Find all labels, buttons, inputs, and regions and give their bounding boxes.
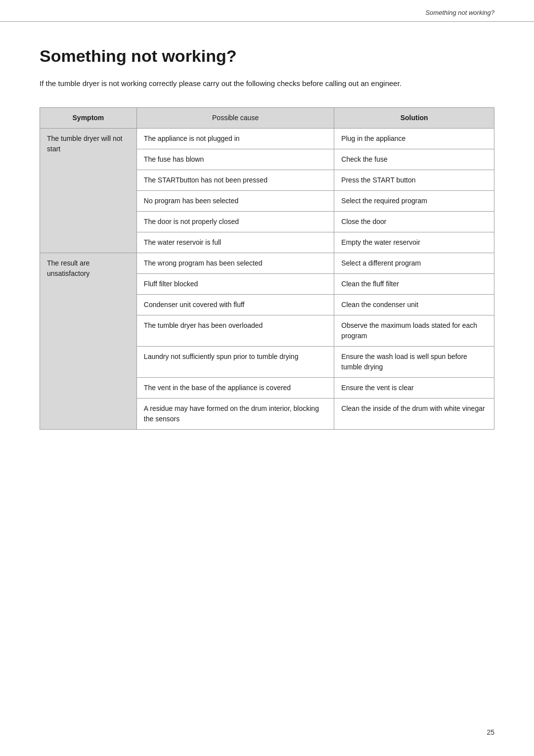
- solution-cell: Clean the inside of the drum with white …: [334, 399, 494, 430]
- table-header-row: Symptom Possible cause Solution: [40, 108, 494, 129]
- cause-cell: Condenser unit covered with fluff: [136, 295, 334, 315]
- col-cause-header: Possible cause: [136, 108, 334, 129]
- cause-cell: Laundry not sufficiently spun prior to t…: [136, 347, 334, 378]
- page-number: 25: [487, 728, 494, 736]
- cause-cell: A residue may have formed on the drum in…: [136, 399, 334, 430]
- cause-cell: The STARTbutton has not been pressed: [136, 170, 334, 191]
- solution-cell: Clean the condenser unit: [334, 295, 494, 315]
- table-row: The result are unsatisfactoryThe wrong p…: [40, 253, 494, 274]
- solution-cell: Empty the water reservoir: [334, 232, 494, 253]
- cause-cell: The fuse has blown: [136, 149, 334, 170]
- solution-cell: Press the START button: [334, 170, 494, 191]
- solution-cell: Ensure the wash load is well spun before…: [334, 347, 494, 378]
- symptom-cell: The tumble dryer will not start: [40, 129, 137, 253]
- solution-cell: Check the fuse: [334, 149, 494, 170]
- cause-cell: No program has been selected: [136, 191, 334, 212]
- solution-cell: Clean the fluff filter: [334, 274, 494, 295]
- cause-cell: Fluff filter blocked: [136, 274, 334, 295]
- header-bar: Something not working?: [0, 0, 534, 22]
- solution-cell: Ensure the vent is clear: [334, 378, 494, 399]
- cause-cell: The vent in the base of the appliance is…: [136, 378, 334, 399]
- page-heading: Something not working?: [40, 46, 494, 66]
- table-row: The tumble dryer will not startThe appli…: [40, 129, 494, 149]
- solution-cell: Plug in the appliance: [334, 129, 494, 149]
- cause-cell: The water reservoir is full: [136, 232, 334, 253]
- cause-cell: The wrong program has been selected: [136, 253, 334, 274]
- page-container: Something not working? Something not wor…: [0, 0, 534, 756]
- header-title: Something not working?: [426, 9, 494, 16]
- solution-cell: Observe the maximum loads stated for eac…: [334, 315, 494, 347]
- solution-cell: Close the door: [334, 212, 494, 232]
- solution-cell: Select a different program: [334, 253, 494, 274]
- cause-cell: The tumble dryer has been overloaded: [136, 315, 334, 347]
- intro-text: If the tumble dryer is not working corre…: [40, 78, 445, 89]
- cause-cell: The appliance is not plugged in: [136, 129, 334, 149]
- col-solution-header: Solution: [334, 108, 494, 129]
- cause-cell: The door is not properly closed: [136, 212, 334, 232]
- solution-cell: Select the required program: [334, 191, 494, 212]
- symptom-cell: The result are unsatisfactory: [40, 253, 137, 430]
- troubleshoot-table: Symptom Possible cause Solution The tumb…: [40, 107, 494, 430]
- content-area: Something not working? If the tumble dry…: [0, 22, 534, 459]
- col-symptom-header: Symptom: [40, 108, 137, 129]
